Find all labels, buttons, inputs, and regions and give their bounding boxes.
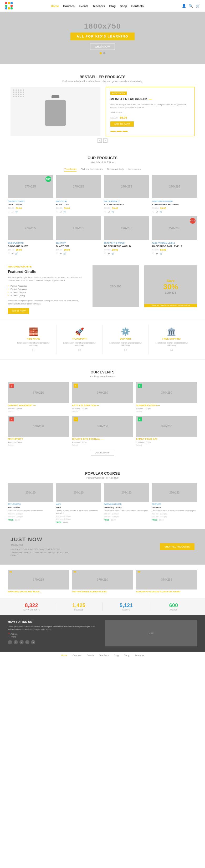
social-facebook[interactable]: f xyxy=(8,640,12,644)
compare-icon-7[interactable]: ⇄ xyxy=(108,252,110,255)
wishlist-icon-1[interactable]: ♡ xyxy=(8,211,10,213)
hero-dot-2[interactable] xyxy=(103,52,105,54)
tab-thumbnails[interactable]: Thumbnails xyxy=(64,168,76,172)
featured-image: 270x200 xyxy=(93,266,139,307)
compare-icon-3[interactable]: ⇄ xyxy=(108,211,110,213)
hero-tagline[interactable]: ALL FOR KID'S LEARNING xyxy=(71,33,135,40)
cart-icon-3[interactable]: 🛒 xyxy=(111,211,114,213)
nav-teachers[interactable]: Teachers xyxy=(93,3,105,8)
nav-blog[interactable]: Blog xyxy=(109,3,116,8)
product-sku: SKU: 2010/a xyxy=(110,111,190,114)
bottom-navbar: Home Courses Events Teachers Blog Shop F… xyxy=(0,652,205,659)
logo[interactable] xyxy=(5,2,12,9)
featured-center-image: 270x200 xyxy=(93,266,139,314)
events-btn-row: ALL EVENTS xyxy=(8,450,197,456)
compare-icon-6[interactable]: ⇄ xyxy=(60,252,62,255)
wishlist-icon-4[interactable]: ♡ xyxy=(152,211,154,213)
sale-tag: Save 30% 325x375 xyxy=(163,278,178,294)
cart-icon-4[interactable]: 🛒 xyxy=(159,211,162,213)
get-it-now-button[interactable]: GET IT NOW xyxy=(8,308,29,314)
product-cat-1: CHILDREN BOOKS xyxy=(8,200,53,202)
bottom-nav-shop[interactable]: Shop xyxy=(124,654,130,657)
nav-events[interactable]: Events xyxy=(79,3,88,8)
cart-icon-7[interactable]: 🛒 xyxy=(111,252,114,255)
wishlist-icon-7[interactable]: ♡ xyxy=(104,252,106,255)
compare-icon-5[interactable]: ⇄ xyxy=(11,252,14,255)
course-price-2: FREE $9.00 xyxy=(56,521,101,523)
wishlist-icon-8[interactable]: ♡ xyxy=(152,252,154,255)
just-now-text: UPGRADE YOUR KIDS, SET SOME TIME FOR THE… xyxy=(10,548,68,557)
user-icon[interactable]: 👤 xyxy=(182,4,186,8)
product-card-2: 270x295 MUSIC PLAY BLAST OFF $15.00 $9.0… xyxy=(56,175,101,213)
wishlist-icon-2[interactable]: ♡ xyxy=(56,211,58,213)
social-linkedin[interactable]: in xyxy=(25,640,29,644)
cart-icon-5[interactable]: 🛒 xyxy=(15,252,18,255)
all-events-button[interactable]: ALL EVENTS xyxy=(91,450,114,456)
nav-menu: Home Courses Events Teachers Blog Shop C… xyxy=(51,3,144,8)
wishlist-icon-6[interactable]: ♡ xyxy=(56,252,58,255)
cart-icon-1[interactable]: 🛒 xyxy=(15,211,18,213)
stat-num-awards: 600 xyxy=(150,602,197,609)
bottom-nav-home[interactable]: Home xyxy=(61,654,67,657)
product-img-7: 270x295 xyxy=(104,216,149,240)
nav-courses[interactable]: Courses xyxy=(63,3,75,8)
bottom-nav-blog[interactable]: Blog xyxy=(114,654,119,657)
stat-num-students: 8,322 xyxy=(8,602,55,609)
prev-arrow[interactable]: ‹ xyxy=(98,138,102,143)
compare-icon-4[interactable]: ⇄ xyxy=(156,211,158,213)
product-cat-3: COLOR ANIMALS xyxy=(104,200,149,202)
bottom-nav-courses[interactable]: Courses xyxy=(73,654,81,657)
event-img-2: 370x250 A xyxy=(72,382,133,403)
course-cat-3: SWIMMING LESSON xyxy=(104,503,149,505)
search-icon[interactable]: 🔍 xyxy=(189,4,193,8)
cart-icon[interactable]: 🛒 xyxy=(196,4,200,8)
old-price-3: $19.00 xyxy=(104,207,110,209)
product-title-7: BE TOP IN THE WORLD xyxy=(104,245,149,248)
icon-item-kids-care: 🧱 KIDS CARE Lorem ipsum dolor sit amet c… xyxy=(10,324,56,354)
nav-home[interactable]: Home xyxy=(51,3,59,8)
add-to-cart-button[interactable]: ADD TO CART xyxy=(110,121,134,127)
next-arrow[interactable]: › xyxy=(103,138,107,143)
compare-icon-1[interactable]: ⇄ xyxy=(11,211,14,213)
nav-shop[interactable]: Shop xyxy=(120,3,127,8)
social-twitter[interactable]: t xyxy=(14,640,18,644)
nav-contacts[interactable]: Contacts xyxy=(131,3,144,8)
wishlist-icon-3[interactable]: ♡ xyxy=(104,211,106,213)
course-card-1: 270x180 ART LESSONS Art Lessons El teach… xyxy=(8,483,53,523)
hero-shop-now[interactable]: SHOP NOW xyxy=(90,43,115,50)
compare-icon-8[interactable]: ⇄ xyxy=(156,252,158,255)
compare-icon-2[interactable]: ⇄ xyxy=(60,211,62,213)
events-section: OUR EVENTS Looking Toward Events 370x250… xyxy=(0,360,205,461)
cart-icon-6[interactable]: 🛒 xyxy=(63,252,66,255)
stat-events: 5,121 EVENTS xyxy=(103,602,150,611)
social-pinterest[interactable]: p xyxy=(31,640,35,644)
product-title-2: BLAST OFF xyxy=(56,203,101,206)
course-old-2: $9.00 xyxy=(63,521,68,523)
event-date-5: 4:00 am - 3:00pm xyxy=(72,441,133,443)
bottom-nav-events[interactable]: Events xyxy=(86,654,94,657)
bottom-nav-teachers[interactable]: Teachers xyxy=(99,654,109,657)
tab-accessories[interactable]: Accessories xyxy=(128,168,141,172)
our-products-section: OUR PRODUCTS Get School Stuff Now Thumbn… xyxy=(0,148,205,260)
bestseller-info: ACCESSORY MONSTER BACKPACK — Monster are… xyxy=(106,87,195,136)
cart-icon-2[interactable]: 🛒 xyxy=(63,211,66,213)
social-google[interactable]: g xyxy=(20,640,24,644)
shop-all-products-button[interactable]: SHOP ALL PRODUCTS xyxy=(160,544,195,550)
blog-badge-2 xyxy=(74,571,76,572)
blog-img-2: 370x230 xyxy=(72,570,133,590)
shipping-num: 34 xyxy=(170,349,173,351)
tab-children-accessories[interactable]: Children Accessories xyxy=(81,168,103,172)
course-time-7: 7:00 am - 2:30 pm xyxy=(152,513,197,515)
event-title-3: SUMMER EVENTS — xyxy=(136,404,197,407)
cart-icon-8[interactable]: 🛒 xyxy=(159,252,162,255)
hero-dot-1[interactable] xyxy=(100,52,102,54)
course-time-5: 9:00 am - 2:30 pm xyxy=(104,513,149,515)
course-title: POPULAR COURSE xyxy=(8,471,197,475)
event-title-2: ARTS CELEBRATION — xyxy=(72,404,133,407)
product-title-6: BLAST OFF xyxy=(56,245,101,248)
kids-care-icon: 🧱 xyxy=(29,327,38,336)
tab-children-activity[interactable]: Children Activity xyxy=(107,168,124,172)
bottom-nav-features[interactable]: Features xyxy=(135,654,144,657)
wishlist-icon-5[interactable]: ♡ xyxy=(8,252,10,255)
product-actions-3: ♡ ⇄ 🛒 xyxy=(104,211,149,213)
